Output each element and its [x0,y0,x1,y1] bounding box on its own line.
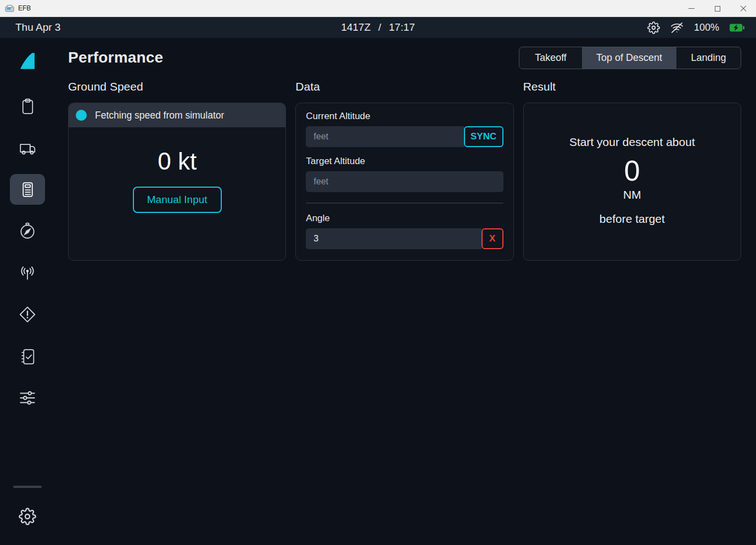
performance-tab-group: Takeoff Top of Descent Landing [519,47,741,69]
target-altitude-label: Target Altitude [306,156,503,167]
app-icon [5,4,14,13]
ground-speed-section-title: Ground Speed [68,80,286,93]
angle-clear-button[interactable]: X [481,228,503,249]
result-section-title: Result [523,80,741,93]
sliders-icon [18,389,37,407]
result-outro-text: before target [600,211,665,227]
minimize-icon [688,8,695,9]
tab-top-of-descent[interactable]: Top of Descent [582,47,676,69]
page-header: Performance Takeoff Top of Descent Landi… [68,46,741,70]
sidebar-item-settings[interactable] [10,501,45,532]
sync-status-dot-icon [76,110,87,121]
checklist-icon [19,347,37,366]
result-intro-text: Start your descent about [569,134,695,150]
angle-row: X [306,228,503,249]
result-card-body: Start your descent about 0 NM before tar… [524,103,741,227]
sync-button[interactable]: SYNC [464,126,503,147]
current-altitude-row: SYNC [306,126,503,147]
sidebar-item-performance[interactable] [10,174,45,205]
sidebar-divider [13,486,42,488]
data-section-title: Data [295,80,513,93]
close-icon [740,5,747,12]
window-controls [679,0,756,17]
ground-speed-body: 0 kt Manual Input [69,127,285,213]
tab-takeoff[interactable]: Takeoff [519,47,582,69]
sidebar-item-navigation[interactable] [10,216,45,246]
sidebar-nav [0,38,55,545]
result-card: Start your descent about 0 NM before tar… [523,103,741,261]
sidebar-item-presets[interactable] [10,383,45,413]
target-altitude-input[interactable] [306,171,503,192]
utc-time: 1417Z [341,21,371,33]
sidebar-item-ground[interactable] [10,132,45,163]
ground-speed-card: Fetching speed from simulator 0 kt Manua… [68,103,286,261]
close-button[interactable] [730,0,756,17]
flybywire-tail-logo [16,50,38,72]
time-separator: / [378,21,381,33]
efb-statusbar: Thu Apr 3 1417Z / 17:17 100% [0,17,756,38]
result-distance-value: 0 [624,154,640,188]
status-clock: 1417Z / 17:17 [341,21,415,33]
gear-icon [19,508,36,525]
compass-icon [18,222,37,240]
status-date: Thu Apr 3 [15,21,60,33]
battery-charging-icon [729,23,745,32]
maximize-icon [715,6,720,12]
data-card: Current Altitude SYNC Target Altitude An… [295,103,513,261]
manual-input-button[interactable]: Manual Input [133,187,222,213]
maximize-button[interactable] [704,0,730,17]
warning-diamond-icon [18,305,37,324]
ground-speed-status-bar: Fetching speed from simulator [69,103,285,127]
settings-icon[interactable] [647,21,660,34]
result-distance-unit: NM [623,188,641,202]
clipboard-icon [19,97,37,115]
data-divider [306,203,503,204]
efb-app: Performance Takeoff Top of Descent Landi… [0,38,756,545]
section-titles-row: Ground Speed Data Result [68,80,741,93]
tab-landing[interactable]: Landing [676,47,741,69]
minimize-button[interactable] [679,0,704,17]
wifi-off-icon [670,21,684,34]
broadcast-icon [18,263,37,282]
cards-row: Fetching speed from simulator 0 kt Manua… [68,103,741,261]
sidebar-item-dispatch[interactable] [10,91,45,121]
angle-label: Angle [306,213,503,224]
window-title: EFB [18,4,31,12]
angle-input[interactable] [306,228,481,249]
current-altitude-input[interactable] [306,126,463,147]
calculator-icon [19,181,37,199]
status-icons: 100% [647,21,745,34]
truck-icon [18,138,37,157]
target-altitude-row [306,171,503,192]
page-title: Performance [68,49,163,66]
ground-speed-status-text: Fetching speed from simulator [95,110,224,121]
local-time: 17:17 [389,21,415,33]
ground-speed-value: 0 kt [158,147,197,176]
sidebar-item-atc[interactable] [10,257,45,288]
battery-percent: 100% [694,22,719,33]
data-card-body: Current Altitude SYNC Target Altitude An… [296,103,513,249]
sidebar-item-failures[interactable] [10,299,45,330]
window-titlebar: EFB [0,0,756,17]
sidebar-item-checklists[interactable] [10,341,45,372]
main-content: Performance Takeoff Top of Descent Landi… [55,38,756,545]
current-altitude-label: Current Altitude [306,111,503,122]
